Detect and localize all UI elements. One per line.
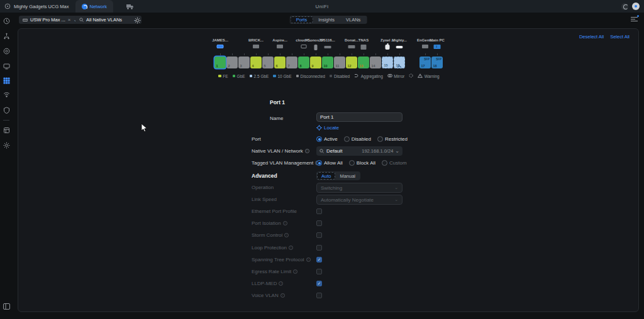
tab-insights[interactable]: Insights (313, 16, 340, 23)
name-label: Name (270, 116, 283, 121)
name-input[interactable] (316, 112, 402, 122)
checkbox-loop-protection[interactable] (316, 245, 322, 251)
radio-label: Custom (389, 160, 407, 166)
checkbox-spanning-tree-protocol[interactable]: ✓ (316, 257, 322, 262)
sidebar-item-insights[interactable] (3, 126, 10, 134)
ap-blue-icon (217, 45, 224, 48)
port-state-radio-restricted[interactable]: Restricted (377, 136, 408, 142)
port-6[interactable]: 6 (274, 57, 286, 68)
port-9[interactable]: 9 (310, 57, 321, 68)
sidebar-item-topology[interactable] (3, 32, 10, 40)
checkbox-lldp-med[interactable]: ✓ (316, 281, 322, 286)
info-icon[interactable]: i (306, 257, 311, 262)
radio-label: Disabled (352, 136, 371, 142)
port-11[interactable]: 11 (334, 57, 345, 68)
checkbox-voice-vlan[interactable] (316, 293, 322, 298)
port-4[interactable]: 4 (250, 57, 262, 68)
unifi-logo: UniFi (315, 4, 328, 9)
radio-label: Restricted (385, 136, 408, 142)
native-vlan-dropdown[interactable]: Default 192.168.1.0/24⌄ (316, 146, 402, 156)
port-1[interactable]: 1 (214, 57, 226, 68)
advanced-segment-auto[interactable]: Auto (317, 172, 335, 180)
locate-button[interactable]: Locate (316, 125, 339, 131)
notification-dot (637, 15, 639, 17)
checkbox-port-isolation[interactable] (316, 220, 322, 226)
toggle-label-lldp-med: LLDP-MEDi (252, 281, 283, 286)
operation-select[interactable]: Switching⌄ (316, 183, 402, 193)
port-connector-tick (425, 53, 426, 55)
radio-circle-icon (344, 136, 350, 142)
warning-icon (418, 73, 423, 78)
port-settings-gear-button[interactable] (134, 15, 141, 26)
port-3[interactable]: 3 (238, 57, 250, 68)
tagged-vlan-radio-custom[interactable]: Custom (382, 160, 407, 166)
checkbox-ethernet-port-profile[interactable] (316, 208, 322, 214)
tab-ports[interactable]: Ports (291, 16, 313, 23)
tab-vlans[interactable]: VLANs (340, 16, 366, 23)
radio-circle-icon (377, 136, 383, 142)
checkbox-egress-rate-limit[interactable] (316, 269, 322, 274)
legend-label: Aggregating (361, 74, 383, 78)
network-app-icon (82, 4, 87, 9)
info-icon[interactable]: i (280, 293, 285, 298)
port-8[interactable]: 8 (298, 57, 309, 68)
port-13[interactable]: 13 (358, 57, 369, 68)
tagged-vlan-radio-allow-all[interactable]: Allow All (316, 160, 343, 166)
port-connector-tick (375, 53, 376, 55)
port-10[interactable]: 10 (322, 57, 333, 68)
legend-swatch (296, 75, 299, 78)
user-avatar[interactable] (632, 3, 640, 10)
port-15[interactable]: 15 (382, 57, 393, 68)
port-18-sfp[interactable]: 18SFP (431, 57, 443, 68)
toggle-label-storm-control: Storm Controli (252, 232, 289, 238)
port-connector-tick (328, 53, 328, 55)
theme-toggle-button[interactable] (621, 3, 628, 10)
tagged-vlan-radio-block-all[interactable]: Block All (349, 160, 375, 166)
sidebar-item-dashboard[interactable] (3, 17, 10, 24)
checkbox-storm-control[interactable] (316, 232, 322, 238)
gear-icon (134, 17, 141, 24)
info-icon[interactable]: i (284, 233, 289, 237)
column-options-button[interactable] (631, 17, 638, 23)
device-filter-dropdown[interactable]: USW Pro Max ... × ⌄ (19, 16, 81, 24)
port-14[interactable]: 14 (370, 57, 381, 68)
port-7[interactable]: 7 (286, 57, 297, 68)
info-icon[interactable]: i (283, 221, 287, 225)
port-12[interactable]: 12 (346, 57, 357, 68)
sidebar-item-ports-active[interactable] (3, 77, 10, 84)
sidebar-item-toggle-panel[interactable] (3, 303, 10, 310)
info-icon[interactable]: i (293, 269, 297, 274)
port-connector-tick (364, 53, 364, 55)
vlan-filter-dropdown[interactable]: All Native VLANs ⌄ (75, 16, 142, 24)
legend-swatch (233, 75, 236, 78)
mouse-cursor (141, 123, 148, 136)
legend-label: 2.5 GbE (254, 74, 269, 78)
port-state-radio-disabled[interactable]: Disabled (344, 136, 371, 142)
port-2[interactable]: 2 (226, 57, 238, 68)
port-16[interactable]: 16 (394, 57, 405, 68)
port-state-radio-active[interactable]: Active (316, 136, 338, 142)
device-name: Donat... (345, 38, 358, 42)
port-17-sfp[interactable]: 17SFP (419, 57, 431, 68)
link-speed-select[interactable]: Automatically Negotiate⌄ (316, 195, 402, 205)
clear-filter-icon[interactable]: × (68, 18, 71, 23)
sidebar-item-clients[interactable] (3, 62, 10, 70)
sidebar-item-radios[interactable] (3, 91, 10, 99)
tab-network[interactable]: Network (75, 0, 114, 13)
device-name: Aspire... (272, 38, 287, 42)
tab-devices-app[interactable] (119, 0, 140, 13)
port-number: 3 (240, 64, 242, 68)
sidebar-item-security[interactable] (3, 106, 10, 114)
port-number: 18 (433, 64, 437, 68)
advanced-segment-manual[interactable]: Manual (335, 172, 360, 180)
switch-device-icon (23, 18, 28, 22)
radio-label: Allow All (324, 160, 343, 166)
sidebar-item-settings[interactable] (3, 141, 10, 149)
info-icon[interactable]: i (279, 281, 283, 286)
info-icon[interactable]: i (289, 246, 293, 250)
info-icon[interactable]: i (305, 149, 309, 153)
sidebar-item-unifi-devices[interactable] (3, 47, 10, 55)
chevron-down-icon: ⌄ (395, 149, 399, 154)
advanced-label: Advanced (252, 173, 277, 179)
port-5[interactable]: 5 (262, 57, 274, 68)
